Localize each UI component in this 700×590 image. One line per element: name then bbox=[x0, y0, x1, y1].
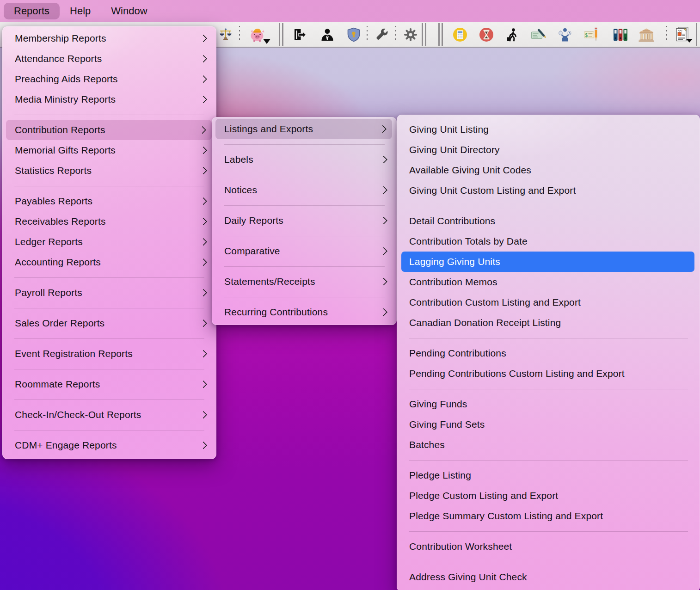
chevron-right-icon bbox=[380, 186, 387, 194]
menubar-item-window[interactable]: Window bbox=[101, 3, 157, 19]
menu-bar: Reports Help Window bbox=[0, 0, 700, 22]
chevron-right-icon bbox=[199, 167, 207, 174]
menu-item-pledge-custom-listing-and-export[interactable]: Pledge Custom Listing and Export bbox=[397, 486, 700, 506]
menu-item-notices[interactable]: Notices bbox=[212, 180, 397, 200]
binders-icon[interactable] bbox=[611, 25, 630, 44]
menu-item-preaching-aids-reports[interactable]: Preaching Aids Reports bbox=[2, 69, 216, 89]
menu-item-lagging-giving-units[interactable]: Lagging Giving Units bbox=[401, 252, 694, 272]
menu-separator bbox=[397, 333, 700, 343]
chevron-right-icon bbox=[380, 278, 387, 285]
toolbar-divider bbox=[422, 23, 426, 46]
toolbar-divider bbox=[438, 23, 443, 46]
menu-separator bbox=[2, 181, 216, 191]
menu-item-daily-reports[interactable]: Daily Reports bbox=[212, 210, 397, 231]
chevron-right-icon bbox=[380, 217, 387, 224]
menu-item-contribution-totals-by-date[interactable]: Contribution Totals by Date bbox=[397, 231, 700, 252]
menu-item-memorial-gifts-reports[interactable]: Memorial Gifts Reports bbox=[2, 140, 216, 160]
toolbar-divider bbox=[395, 26, 396, 42]
menubar-item-reports[interactable]: Reports bbox=[4, 3, 60, 19]
menu-item-detail-contributions[interactable]: Detail Contributions bbox=[397, 211, 700, 231]
calculator-icon[interactable] bbox=[451, 25, 469, 44]
menu-item-pledge-listing[interactable]: Pledge Listing bbox=[397, 465, 700, 486]
menu-separator bbox=[212, 139, 397, 149]
menu-item-statistics-reports[interactable]: Statistics Reports bbox=[2, 160, 216, 181]
menu-item-comparative[interactable]: Comparative bbox=[212, 241, 397, 261]
chevron-right-icon bbox=[199, 96, 207, 103]
dropdown-caret-icon bbox=[263, 39, 270, 44]
chevron-right-icon bbox=[199, 258, 207, 266]
menu-item-giving-funds[interactable]: Giving Funds bbox=[397, 394, 700, 414]
menu-item-contribution-memos[interactable]: Contribution Memos bbox=[397, 272, 700, 292]
menu-item-contribution-reports[interactable]: Contribution Reports bbox=[6, 120, 212, 140]
reports-document-icon[interactable] bbox=[674, 25, 693, 44]
menu-item-giving-unit-directory[interactable]: Giving Unit Directory bbox=[397, 140, 700, 160]
menu-item-media-ministry-reports[interactable]: Media Ministry Reports bbox=[2, 89, 216, 110]
menu-item-listings-and-exports[interactable]: Listings and Exports bbox=[215, 119, 392, 139]
menu-item-contribution-custom-listing-and-export[interactable]: Contribution Custom Listing and Export bbox=[397, 292, 700, 313]
menu-item-sales-order-reports[interactable]: Sales Order Reports bbox=[2, 313, 216, 333]
menu-item-payroll-reports[interactable]: Payroll Reports bbox=[2, 283, 216, 303]
chevron-right-icon bbox=[199, 320, 207, 327]
bank-icon[interactable] bbox=[637, 25, 656, 44]
menu-item-event-registration-reports[interactable]: Event Registration Reports bbox=[2, 344, 216, 364]
staff-person-icon[interactable] bbox=[318, 25, 337, 44]
chevron-right-icon bbox=[199, 75, 207, 83]
chevron-right-icon bbox=[199, 350, 207, 357]
visitor-walking-icon[interactable] bbox=[503, 25, 522, 44]
chevron-right-icon bbox=[199, 218, 207, 225]
menu-item-check-in-check-out-reports[interactable]: Check-In/Check-Out Reports bbox=[2, 405, 216, 425]
menu-item-cdm-engage-reports[interactable]: CDM+ Engage Reports bbox=[2, 435, 216, 455]
chevron-right-icon bbox=[199, 35, 207, 42]
chevron-right-icon bbox=[199, 381, 207, 388]
menu-separator bbox=[397, 384, 700, 394]
gear-icon[interactable] bbox=[401, 25, 420, 44]
menu-separator bbox=[397, 526, 700, 536]
chevron-right-icon bbox=[379, 125, 386, 133]
menu-item-pending-contributions[interactable]: Pending Contributions bbox=[397, 343, 700, 363]
menubar-item-help[interactable]: Help bbox=[60, 3, 101, 19]
listings-and-exports-submenu: Giving Unit Listing Giving Unit Director… bbox=[397, 115, 700, 590]
chevron-right-icon bbox=[198, 126, 206, 134]
menu-separator bbox=[2, 110, 216, 120]
menu-separator bbox=[2, 394, 216, 405]
menu-item-labels[interactable]: Labels bbox=[212, 149, 397, 170]
menu-item-available-giving-unit-codes[interactable]: Available Giving Unit Codes bbox=[397, 160, 700, 180]
scales-icon[interactable] bbox=[216, 25, 235, 44]
payroll-person-icon[interactable] bbox=[556, 25, 574, 44]
menu-item-canadian-donation-receipt-listing[interactable]: Canadian Donation Receipt Listing bbox=[397, 313, 700, 333]
menu-item-statements-receipts[interactable]: Statements/Receipts bbox=[212, 271, 397, 292]
toolbar-divider bbox=[367, 26, 368, 42]
security-shield-icon[interactable] bbox=[344, 25, 363, 44]
chevron-right-icon bbox=[380, 308, 387, 316]
menu-item-address-giving-unit-check[interactable]: Address Giving Unit Check bbox=[397, 567, 700, 587]
menu-item-contribution-worksheet[interactable]: Contribution Worksheet bbox=[397, 536, 700, 557]
menu-item-pledge-summary-custom-listing-and-export[interactable]: Pledge Summary Custom Listing and Export bbox=[397, 506, 700, 526]
menu-item-pending-contributions-custom-listing-and-export[interactable]: Pending Contributions Custom Listing and… bbox=[397, 363, 700, 384]
toolbar-divider bbox=[666, 26, 667, 42]
menu-item-giving-unit-listing[interactable]: Giving Unit Listing bbox=[397, 119, 700, 140]
menu-item-ledger-reports[interactable]: Ledger Reports bbox=[2, 232, 216, 252]
menu-separator bbox=[2, 303, 216, 313]
menu-item-giving-unit-custom-listing-and-export[interactable]: Giving Unit Custom Listing and Export bbox=[397, 180, 700, 201]
toolbar-divider bbox=[279, 23, 283, 46]
check-writing-icon[interactable]: $ bbox=[582, 25, 600, 44]
menu-item-giving-fund-sets[interactable]: Giving Fund Sets bbox=[397, 414, 700, 435]
menu-item-batches[interactable]: Batches bbox=[397, 435, 700, 455]
chevron-right-icon bbox=[380, 247, 387, 255]
menu-item-attendance-reports[interactable]: Attendance Reports bbox=[2, 49, 216, 69]
menu-item-recurring-contributions[interactable]: Recurring Contributions bbox=[212, 302, 397, 322]
exit-door-icon[interactable] bbox=[291, 25, 309, 44]
menu-item-receivables-reports[interactable]: Receivables Reports bbox=[2, 211, 216, 232]
menu-item-payables-reports[interactable]: Payables Reports bbox=[2, 191, 216, 211]
menu-item-accounting-reports[interactable]: Accounting Reports bbox=[2, 252, 216, 272]
menu-item-membership-reports[interactable]: Membership Reports bbox=[2, 28, 216, 49]
menu-separator bbox=[212, 261, 397, 271]
chevron-right-icon bbox=[199, 411, 207, 418]
menu-separator bbox=[2, 333, 216, 344]
piggy-bank-icon[interactable] bbox=[248, 25, 267, 44]
menu-separator bbox=[212, 231, 397, 241]
menu-item-roommate-reports[interactable]: Roommate Reports bbox=[2, 374, 216, 394]
wrench-icon[interactable] bbox=[373, 25, 391, 44]
hourglass-icon[interactable] bbox=[477, 25, 496, 44]
check-pen-icon[interactable] bbox=[529, 25, 548, 44]
